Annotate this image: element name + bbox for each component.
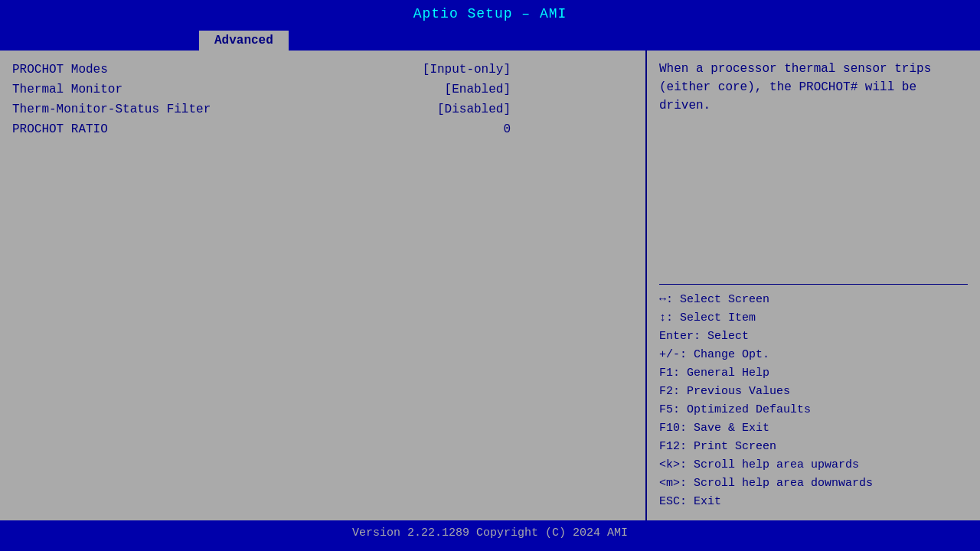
table-row[interactable]: PROCHOT Modes[Input-only] — [12, 60, 633, 80]
list-item: ↕: Select Item — [659, 309, 968, 328]
key-help: ↔: Select Screen↕: Select ItemEnter: Sel… — [659, 291, 968, 511]
setting-value: [Disabled] — [437, 103, 511, 116]
list-item: F10: Save & Exit — [659, 419, 968, 438]
list-item: <m>: Scroll help area downwards — [659, 474, 968, 493]
footer-text: Version 2.22.1289 Copyright (C) 2024 AMI — [352, 527, 628, 540]
setting-name: PROCHOT Modes — [12, 63, 108, 77]
list-item: F1: General Help — [659, 364, 968, 383]
right-panel: When a processor thermal sensor trips (e… — [647, 51, 980, 520]
list-item: Enter: Select — [659, 328, 968, 346]
setting-value: 0 — [503, 122, 511, 136]
table-row[interactable]: Thermal Monitor[Enabled] — [12, 80, 633, 99]
help-description: When a processor thermal sensor trips (e… — [659, 60, 968, 278]
setting-name: Thermal Monitor — [12, 83, 122, 96]
setting-name: PROCHOT RATIO — [12, 122, 108, 136]
setting-value: [Input-only] — [423, 63, 511, 77]
setting-value: [Enabled] — [445, 83, 511, 96]
table-row[interactable]: PROCHOT RATIO0 — [12, 119, 633, 139]
table-row[interactable]: Therm-Monitor-Status Filter[Disabled] — [12, 99, 633, 119]
main-content: PROCHOT Modes[Input-only]Thermal Monitor… — [0, 51, 980, 520]
footer: Version 2.22.1289 Copyright (C) 2024 AMI — [0, 520, 980, 548]
list-item: ESC: Exit — [659, 493, 968, 511]
tab-advanced[interactable]: Advanced — [199, 31, 289, 51]
list-item: ↔: Select Screen — [659, 291, 968, 309]
divider — [659, 284, 968, 285]
title-text: Aptio Setup – AMI — [413, 6, 567, 21]
nav-bar: Advanced — [0, 28, 980, 51]
list-item: F2: Previous Values — [659, 383, 968, 401]
list-item: <k>: Scroll help area upwards — [659, 456, 968, 474]
left-panel: PROCHOT Modes[Input-only]Thermal Monitor… — [0, 51, 647, 520]
setting-name: Therm-Monitor-Status Filter — [12, 103, 211, 116]
list-item: +/-: Change Opt. — [659, 346, 968, 364]
app-title: Aptio Setup – AMI — [0, 0, 980, 28]
list-item: F12: Print Screen — [659, 438, 968, 456]
list-item: F5: Optimized Defaults — [659, 401, 968, 419]
